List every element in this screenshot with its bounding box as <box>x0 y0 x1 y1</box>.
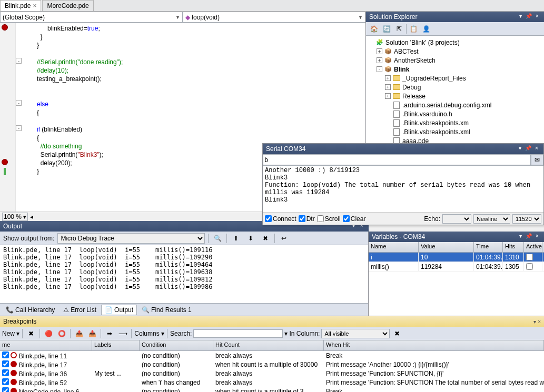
outline-margin[interactable]: - - - <box>16 23 23 212</box>
variable-row[interactable]: i1001:04:39...1310 <box>369 253 544 262</box>
scroll-checkbox[interactable]: Scroll <box>317 215 341 223</box>
tree-item[interactable]: 🧩Solution 'Blink' (3 projects) <box>368 38 542 47</box>
delete-icon[interactable]: ✖ <box>25 328 37 339</box>
in-column-select[interactable]: All visible <box>321 329 390 338</box>
serial-send-button[interactable]: ✉ <box>531 154 543 165</box>
echo-select[interactable] <box>442 214 471 224</box>
wrap-icon[interactable]: ↩ <box>278 233 290 244</box>
new-breakpoint-button[interactable]: New ▾ <box>2 330 19 337</box>
breakpoints-header: me Labels Condition Hit Count When Hit <box>0 340 544 351</box>
export-icon[interactable]: 📤 <box>73 328 85 339</box>
output-source-label: Show output from: <box>3 235 54 242</box>
connect-checkbox[interactable]: Connect <box>265 215 296 223</box>
tab-find-results[interactable]: 🔍 Find Results 1 <box>138 305 195 315</box>
breakpoint-row[interactable]: MoreCode.pde, line 6(no condition)when h… <box>0 387 544 392</box>
close-icon[interactable]: × <box>33 2 36 9</box>
clear-search-icon[interactable]: ✖ <box>391 328 403 339</box>
tab-label: MoreCode.pde <box>47 2 88 9</box>
solution-explorer-title: Solution Explorer ▾ 📌 × <box>366 12 544 22</box>
pin-icon[interactable]: 📌 <box>525 145 532 153</box>
enable-all-icon[interactable]: 🔴 <box>43 328 54 339</box>
clear-icon[interactable]: ✖ <box>260 233 271 244</box>
search-input[interactable] <box>193 329 283 338</box>
variable-row[interactable]: millis()11928401:04:39...1305 <box>369 262 544 272</box>
close-icon[interactable]: × <box>533 13 541 21</box>
breakpoint-row[interactable]: Blink.pde, line 17(no condition)when hit… <box>0 360 544 369</box>
fold-toggle[interactable]: - <box>16 100 22 106</box>
prev-icon[interactable]: ⬆ <box>230 233 242 244</box>
breakpoints-body[interactable]: Blink.pde, line 11(no condition)break al… <box>0 351 544 392</box>
close-icon[interactable]: × <box>533 233 541 240</box>
refresh-icon[interactable]: 🔄 <box>381 23 392 35</box>
tree-item[interactable]: +📦AnotherSketch <box>368 56 542 65</box>
fold-toggle[interactable]: - <box>16 125 22 131</box>
collapse-icon[interactable]: ⇱ <box>393 23 405 35</box>
tab-error-list[interactable]: ⚠ Error List <box>60 305 100 315</box>
tab-morecode[interactable]: MoreCode.pde <box>42 0 93 11</box>
close-icon[interactable]: × <box>533 145 540 153</box>
zoom-selector[interactable]: 100 % ▾ <box>2 213 28 221</box>
serial-output[interactable]: Another 10000 :) 8/119123 Blink3 Functio… <box>263 166 543 212</box>
tab-call-hierarchy[interactable]: 📞 Call Hierarchy <box>2 305 58 315</box>
disable-all-icon[interactable]: ⭕ <box>56 328 67 339</box>
breakpoint-glyph[interactable] <box>2 24 8 31</box>
tree-item[interactable]: .Blink.vsbreakpoints.xm <box>368 118 542 127</box>
columns-button[interactable]: Columns ▾ <box>134 330 164 337</box>
document-tabs: Blink.pde × MoreCode.pde <box>0 0 544 12</box>
chevron-down-icon: ▼ <box>358 15 363 20</box>
dropdown-icon[interactable]: ▾ <box>516 145 523 153</box>
tracepoint-marker <box>4 168 6 175</box>
tree-item[interactable]: +Release <box>368 92 542 100</box>
goto-source-icon[interactable]: ➡ <box>104 328 115 339</box>
tree-item[interactable]: +📦ABCTest <box>368 47 542 56</box>
tree-item[interactable]: -📦Blink <box>368 65 542 74</box>
fold-toggle[interactable]: - <box>16 58 22 64</box>
breakpoint-glyph[interactable] <box>2 159 8 165</box>
find-icon[interactable]: 🔍 <box>212 233 223 244</box>
goto-disasm-icon[interactable]: ⟶ <box>117 328 128 339</box>
breakpoint-row[interactable]: Blink.pde, line 52when 'i' has changedbr… <box>0 378 544 387</box>
search-label: Search: <box>170 330 192 337</box>
serial-title[interactable]: Serial COM34 ▾ 📌 × <box>263 144 543 154</box>
breakpoint-margin[interactable] <box>0 23 16 212</box>
output-text[interactable]: Blink.pde, line 17 loop(void) i=55 milli… <box>0 245 368 303</box>
tree-item[interactable]: +Debug <box>368 83 542 92</box>
breakpoint-row[interactable]: Blink.pde, line 11(no condition)break al… <box>0 351 544 360</box>
solution-toolbar: 🏠 🔄 ⇱ 📋 👤 <box>366 22 544 36</box>
output-source-select[interactable]: Micro Debug Trace <box>57 233 205 244</box>
echo-label: Echo: <box>424 215 440 223</box>
tab-blink[interactable]: Blink.pde × <box>0 0 41 11</box>
clear-checkbox[interactable]: Clear <box>343 215 366 223</box>
variables-body[interactable]: i1001:04:39...1310millis()11928401:04:39… <box>369 253 544 316</box>
scope-global-dropdown[interactable]: (Global Scope)▼ <box>0 12 183 23</box>
breakpoints-title: Breakpoints ▾ × <box>0 316 544 327</box>
variables-title: Variables - COM34 ▾ 📌 × <box>369 232 544 242</box>
import-icon[interactable]: 📥 <box>86 328 98 339</box>
chevron-down-icon: ▼ <box>175 15 180 20</box>
in-column-label: In Column: <box>289 330 320 337</box>
dropdown-icon[interactable]: ▾ <box>517 13 524 21</box>
arrow-left-icon[interactable]: ◂ <box>30 213 33 220</box>
dtr-checkbox[interactable]: Dtr <box>299 215 315 223</box>
properties-icon[interactable]: 📋 <box>408 23 419 35</box>
baud-select[interactable]: 115200 <box>512 214 541 224</box>
pin-icon[interactable]: 📌 <box>525 233 532 240</box>
show-all-icon[interactable]: 👤 <box>420 23 432 35</box>
scope-member-dropdown[interactable]: ◆ loop(void)▼ <box>183 12 365 23</box>
variables-header: Name Value Time Hits Active <box>369 242 544 253</box>
home-icon[interactable]: 🏠 <box>368 23 380 35</box>
tree-item[interactable]: .Blink.vsarduino.h <box>368 109 542 118</box>
pin-icon[interactable]: 📌 <box>525 13 532 21</box>
breakpoint-row[interactable]: Blink.pde, line 36My test ...(no conditi… <box>0 369 544 378</box>
tab-output[interactable]: 📄 Output <box>101 305 137 315</box>
serial-input-field[interactable] <box>263 154 531 165</box>
close-icon[interactable]: × <box>538 319 541 325</box>
next-icon[interactable]: ⬇ <box>245 233 256 244</box>
dropdown-icon[interactable]: ▾ <box>517 233 524 240</box>
tree-item[interactable]: .Blink.vsbreakpoints.xml <box>368 127 542 136</box>
tree-item[interactable]: .arduino.serial.debug.config.xml <box>368 100 542 109</box>
tree-item[interactable]: +_UpgradeReport_Files <box>368 74 542 83</box>
dropdown-icon[interactable]: ▾ <box>533 319 536 325</box>
tab-label: Blink.pde <box>5 2 31 9</box>
lineending-select[interactable]: Newline <box>473 214 510 224</box>
